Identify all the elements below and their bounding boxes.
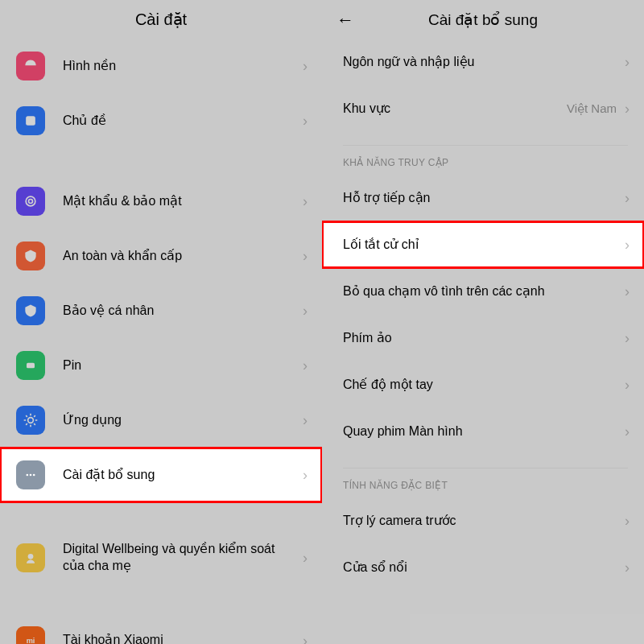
- row-label: Ngôn ngữ và nhập liệu: [343, 54, 621, 71]
- svg-point-1: [26, 196, 35, 206]
- back-button[interactable]: ←: [336, 11, 354, 29]
- chevron-right-icon: ›: [625, 424, 630, 439]
- row-virtual-keys[interactable]: Phím ảo ›: [322, 315, 644, 361]
- chevron-right-icon: ›: [303, 303, 308, 318]
- row-label: Trợ lý camera trước: [343, 513, 621, 530]
- svg-text:mi: mi: [27, 637, 35, 644]
- row-label: Hỗ trợ tiếp cận: [343, 190, 621, 207]
- svg-point-5: [27, 474, 29, 477]
- header-left: Cài đặt: [0, 0, 322, 39]
- svg-rect-3: [27, 363, 35, 369]
- row-privacy[interactable]: Bảo vệ cá nhân ›: [0, 283, 322, 338]
- chevron-right-icon: ›: [303, 59, 308, 73]
- chevron-right-icon: ›: [303, 468, 308, 482]
- row-safety-emergency[interactable]: An toàn và khẩn cấp ›: [0, 229, 322, 283]
- list-right: Ngôn ngữ và nhập liệu › Khu vực Việt Nam…: [322, 39, 644, 591]
- chevron-right-icon: ›: [625, 378, 630, 392]
- gear-icon: [16, 406, 45, 435]
- svg-point-6: [30, 474, 32, 477]
- fingerprint-icon: [16, 187, 45, 216]
- chevron-right-icon: ›: [303, 358, 308, 373]
- row-label: Digital Wellbeing và quyền kiểm soát của…: [63, 541, 299, 575]
- wellbeing-icon: [16, 543, 45, 572]
- row-label: Bảo vệ cá nhân: [63, 303, 299, 320]
- chevron-right-icon: ›: [303, 249, 308, 263]
- chevron-right-icon: ›: [303, 413, 308, 427]
- row-language-input[interactable]: Ngôn ngữ và nhập liệu ›: [322, 39, 644, 85]
- row-xiaomi-account[interactable]: mi Tài khoản Xiaomi ›: [0, 613, 322, 644]
- wallpaper-icon: [16, 52, 45, 80]
- row-label: Cửa sổ nổi: [343, 559, 621, 576]
- chevron-right-icon: ›: [303, 194, 308, 208]
- screen-settings: Cài đặt Hình nền › Chủ đề ›: [0, 0, 322, 644]
- chevron-right-icon: ›: [303, 634, 308, 644]
- row-region[interactable]: Khu vực Việt Nam ›: [322, 85, 644, 132]
- svg-rect-0: [26, 116, 35, 126]
- svg-point-2: [29, 200, 33, 204]
- page-title-left: Cài đặt: [135, 10, 187, 29]
- row-gesture-shortcuts[interactable]: Lối tắt cử chỉ ›: [322, 221, 644, 268]
- chevron-right-icon: ›: [625, 191, 630, 205]
- chevron-right-icon: ›: [625, 514, 630, 528]
- row-label: Cài đặt bổ sung: [63, 467, 299, 484]
- row-label: Bỏ qua chạm vô tình trên các cạnh: [343, 283, 621, 300]
- row-ignore-accidental-touch[interactable]: Bỏ qua chạm vô tình trên các cạnh ›: [322, 268, 644, 315]
- row-theme[interactable]: Chủ đề ›: [0, 93, 322, 148]
- chevron-right-icon: ›: [625, 331, 630, 345]
- page-title-right: Cài đặt bổ sung: [428, 10, 538, 29]
- row-label: Phím ảo: [343, 330, 621, 347]
- chevron-right-icon: ›: [303, 551, 308, 565]
- row-wallpaper[interactable]: Hình nền ›: [0, 39, 322, 93]
- row-additional-settings[interactable]: Cài đặt bổ sung ›: [0, 448, 322, 502]
- row-value: Việt Nam: [567, 101, 617, 116]
- row-label: Hình nền: [63, 58, 299, 75]
- chevron-right-icon: ›: [303, 114, 308, 128]
- row-label: Khu vực: [343, 101, 567, 118]
- row-label: Pin: [63, 357, 299, 374]
- row-front-camera-assistant[interactable]: Trợ lý camera trước ›: [322, 497, 644, 544]
- row-label: Tài khoản Xiaomi: [63, 632, 299, 644]
- chevron-right-icon: ›: [625, 237, 630, 252]
- row-apps[interactable]: Ứng dụng ›: [0, 393, 322, 448]
- screen-additional-settings: ← Cài đặt bổ sung Ngôn ngữ và nhập liệu …: [322, 0, 644, 644]
- svg-point-7: [33, 474, 35, 477]
- more-icon: [16, 460, 45, 489]
- row-password-security[interactable]: Mật khẩu & bảo mật ›: [0, 174, 322, 229]
- row-digital-wellbeing[interactable]: Digital Wellbeing và quyền kiểm soát của…: [0, 528, 322, 588]
- row-one-hand-mode[interactable]: Chế độ một tay ›: [322, 361, 644, 408]
- shield-house-icon: [16, 242, 45, 270]
- list-left: Hình nền › Chủ đề › Mật khẩu & bảo mật ›: [0, 39, 322, 644]
- section-title-accessibility: KHẢ NĂNG TRUY CẬP: [322, 146, 644, 175]
- chevron-right-icon: ›: [625, 560, 630, 575]
- section-title-special: TÍNH NĂNG ĐẶC BIỆT: [322, 469, 644, 497]
- svg-point-4: [28, 418, 34, 423]
- chevron-right-icon: ›: [625, 284, 630, 299]
- row-label: An toàn và khẩn cấp: [63, 248, 299, 265]
- battery-icon: [16, 351, 45, 380]
- mi-icon: mi: [16, 626, 45, 644]
- row-floating-windows[interactable]: Cửa sổ nổi ›: [322, 544, 644, 591]
- row-label: Lối tắt cử chỉ: [343, 237, 621, 254]
- row-label: Ứng dụng: [63, 412, 299, 429]
- row-label: Chủ đề: [63, 113, 299, 130]
- chevron-right-icon: ›: [625, 55, 630, 69]
- svg-point-8: [28, 554, 34, 559]
- row-label: Quay phim Màn hình: [343, 423, 621, 440]
- row-label: Chế độ một tay: [343, 377, 621, 394]
- row-battery[interactable]: Pin ›: [0, 338, 322, 393]
- shield-icon: [16, 296, 45, 325]
- theme-icon: [16, 106, 45, 135]
- header-right: ← Cài đặt bổ sung: [322, 0, 644, 39]
- row-label: Mật khẩu & bảo mật: [63, 193, 299, 210]
- row-screen-recorder[interactable]: Quay phim Màn hình ›: [322, 408, 644, 455]
- chevron-right-icon: ›: [625, 101, 630, 116]
- row-accessibility-support[interactable]: Hỗ trợ tiếp cận ›: [322, 175, 644, 221]
